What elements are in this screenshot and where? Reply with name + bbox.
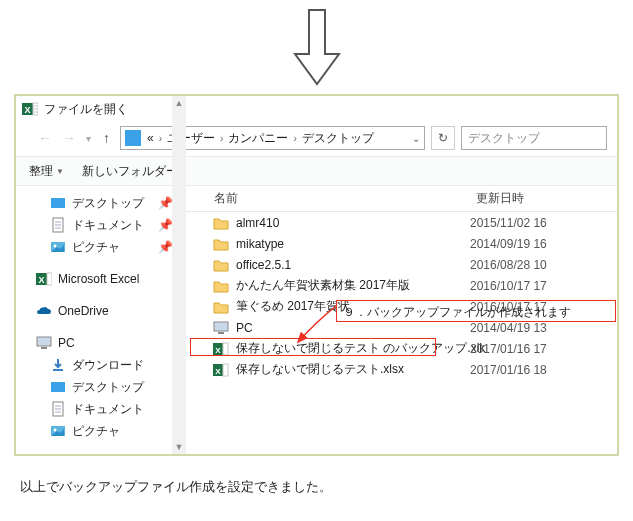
svg-rect-19 [51,382,65,392]
svg-text:X: X [24,105,30,115]
toolbar: 整理 ▼ 新しいフォルダー [16,156,617,186]
file-date: 2015/11/02 16 [470,216,547,230]
nav-item-downloads[interactable]: ダウンロード [30,354,181,376]
pictures-icon [50,239,66,255]
desktop-icon [50,379,66,395]
file-row[interactable]: かんたん年賀状素材集 2017年版2016/10/17 17 [186,275,617,296]
nav-forward-button[interactable]: → [60,130,78,146]
nav-item-pictures2[interactable]: ピクチャ [30,420,181,442]
nav-scrollbar[interactable]: ▲ ▼ [172,186,186,454]
nav-item-pc[interactable]: PC [30,332,181,354]
folder-icon [212,299,230,315]
refresh-button[interactable]: ↻ [431,126,455,150]
new-folder-button[interactable]: 新しいフォルダー [75,160,185,183]
nav-item-onedrive[interactable]: OneDrive [30,300,181,322]
svg-point-12 [54,245,57,248]
file-name: mikatype [236,237,470,251]
file-name: かんたん年賀状素材集 2017年版 [236,277,470,294]
desktop-icon [50,195,66,211]
nav-recent-dropdown[interactable]: ▾ [84,133,93,144]
chevron-down-icon: ▼ [56,167,64,176]
chevron-right-icon: › [293,133,296,144]
file-date: 2017/01/16 18 [470,363,547,377]
file-name: almr410 [236,216,470,230]
annotation-down-arrow [0,0,633,90]
file-row[interactable]: mikatype2014/09/19 16 [186,233,617,254]
window-title: ファイルを開く [44,101,128,118]
onedrive-icon [36,303,52,319]
nav-item-desktop[interactable]: デスクトップ 📌 [30,192,181,214]
chevron-right-icon: › [220,133,223,144]
folder-icon [212,278,230,294]
breadcrumb-seg[interactable]: カンパニー [228,130,288,147]
document-icon [50,217,66,233]
titlebar: X ファイルを開く [16,96,617,122]
address-bar[interactable]: « › ユーザー › カンパニー › デスクトップ ⌄ [120,126,425,150]
nav-item-desktop2[interactable]: デスクトップ [30,376,181,398]
file-row[interactable]: X保存しないで閉じるテスト.xlsx2017/01/16 18 [186,359,617,380]
pin-icon: 📌 [158,240,173,254]
column-modified[interactable]: 更新日時 [472,190,617,207]
search-placeholder: デスクトップ [468,130,540,147]
chevron-right-icon: › [159,133,162,144]
page-footer-text: 以上でバックアップファイル作成を設定できました。 [0,456,633,496]
folder-icon [212,236,230,252]
file-name: office2.5.1 [236,258,470,272]
pin-icon: 📌 [158,218,173,232]
svg-rect-16 [37,337,51,346]
excel-file-icon: X [212,362,230,378]
desktop-icon [125,130,141,146]
svg-rect-6 [51,198,65,208]
address-bar-row: ← → ▾ ↑ « › ユーザー › カンパニー › デスクトップ ⌄ ↻ デス… [16,122,617,156]
nav-back-button[interactable]: ← [36,130,54,146]
svg-rect-33 [223,364,228,376]
excel-icon: X [36,271,52,287]
breadcrumb-seg[interactable]: デスクトップ [302,130,374,147]
svg-rect-26 [214,322,228,331]
file-row[interactable]: almr4102015/11/02 16 [186,212,617,233]
file-date: 2017/01/16 17 [470,342,547,356]
addr-dropdown-icon[interactable]: ⌄ [412,133,420,144]
column-name[interactable]: 名前 [212,190,472,207]
annotation-callout: ９．バックアップファイルが作成されます [336,300,616,322]
folder-icon [212,215,230,231]
pc-icon [36,335,52,351]
file-date: 2014/09/19 16 [470,237,547,251]
navigation-pane: デスクトップ 📌 ドキュメント 📌 ピクチャ 📌 X Microsoft Exc… [16,186,186,454]
file-date: 2016/10/17 17 [470,279,547,293]
svg-rect-15 [47,273,52,285]
nav-item-documents[interactable]: ドキュメント 📌 [30,214,181,236]
file-date: 2016/08/28 10 [470,258,547,272]
pictures-icon [50,423,66,439]
file-open-dialog: X ファイルを開く ← → ▾ ↑ « › ユーザー › カンパニー › デスク… [14,94,619,456]
nav-item-pictures[interactable]: ピクチャ 📌 [30,236,181,258]
annotation-callout-text: ９．バックアップファイルが作成されます [337,301,615,324]
excel-app-icon: X [22,101,38,117]
file-list-pane: 名前 更新日時 almr4102015/11/02 16mikatype2014… [186,186,617,454]
organize-button[interactable]: 整理 ▼ [22,160,71,183]
svg-rect-27 [218,332,224,334]
document-icon [50,401,66,417]
nav-up-button[interactable]: ↑ [99,130,114,146]
annotation-arrow-icon [286,302,346,352]
file-name: 保存しないで閉じるテスト.xlsx [236,361,470,378]
scroll-down-icon[interactable]: ▼ [172,440,186,454]
breadcrumb-overflow[interactable]: « [147,131,154,145]
list-header: 名前 更新日時 [186,186,617,212]
svg-text:X: X [215,367,221,376]
folder-icon [212,257,230,273]
svg-text:X: X [38,275,44,285]
pc-icon [212,320,230,336]
svg-rect-17 [41,347,47,349]
pin-icon: 📌 [158,196,173,210]
nav-item-excel[interactable]: X Microsoft Excel [30,268,181,290]
download-icon [50,357,66,373]
search-input[interactable]: デスクトップ [461,126,607,150]
nav-item-documents2[interactable]: ドキュメント [30,398,181,420]
file-row[interactable]: office2.5.12016/08/28 10 [186,254,617,275]
svg-point-25 [54,429,57,432]
